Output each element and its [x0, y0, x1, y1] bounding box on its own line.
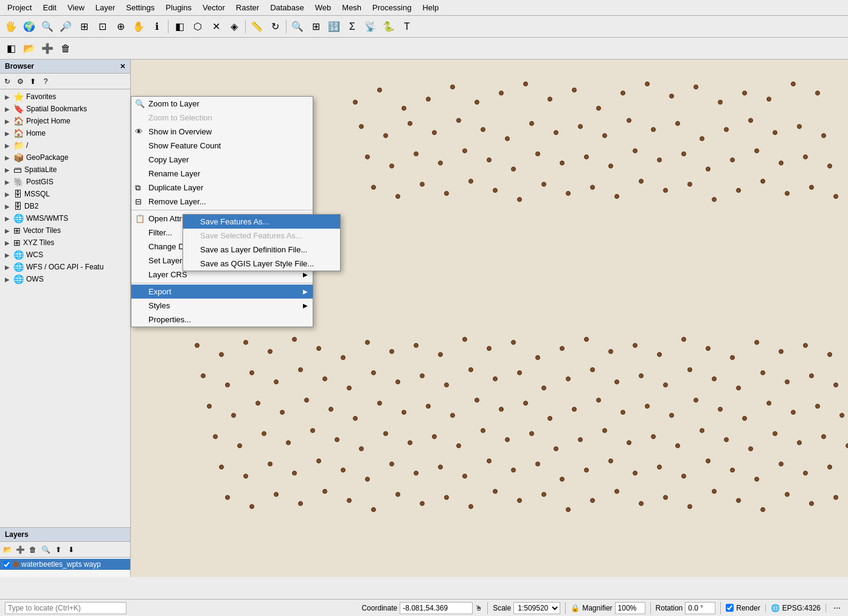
ctx-export[interactable]: Export [131, 285, 313, 299]
menu-database[interactable]: Database [265, 2, 309, 13]
identify-btn[interactable]: ℹ [148, 18, 165, 35]
tree-item-postgis[interactable]: ▶ 🐘 PostGIS [0, 176, 130, 188]
measure-btn[interactable]: 📏 [248, 18, 265, 35]
map-dot [450, 85, 455, 89]
layers-up-btn[interactable]: ⬆ [52, 544, 64, 556]
select-feature-btn[interactable]: ◧ [171, 18, 188, 35]
ctx-save-features-as[interactable]: Save Features As... [183, 215, 340, 229]
select-polygon-btn[interactable]: ⬡ [189, 18, 206, 35]
tree-label-wcs: WCS [26, 251, 43, 259]
tree-item-xyz-tiles[interactable]: ▶ ⊞ XYZ Tiles [0, 237, 130, 249]
locate-input[interactable] [5, 602, 127, 614]
ctx-save-layer-def[interactable]: Save as Layer Definition File... [183, 243, 340, 257]
rotation-input[interactable] [685, 602, 715, 614]
browser-filter-btn[interactable]: ⚙ [14, 75, 26, 88]
expand-icon-project-home: ▶ [5, 118, 13, 125]
zoom-native-btn[interactable]: ⊕ [112, 18, 129, 35]
map-dot [322, 376, 327, 381]
more-btn[interactable]: ⋯ [831, 604, 843, 612]
menu-project[interactable]: Project [2, 2, 36, 13]
ctx-copy-layer[interactable]: Copy Layer [131, 153, 313, 167]
menu-settings[interactable]: Settings [121, 2, 159, 13]
tree-item-mssql[interactable]: ▶ 🗄 MSSQL [0, 188, 130, 200]
zoom-all-btn[interactable]: 🌍 [21, 18, 38, 35]
menu-processing[interactable]: Processing [367, 2, 416, 13]
open-field-calc-btn[interactable]: 🔢 [325, 18, 342, 35]
menu-raster[interactable]: Raster [231, 2, 264, 13]
ctx-show-overview[interactable]: 👁 Show in Overview [131, 125, 313, 139]
remove-layer-btn[interactable]: 🗑 [57, 40, 74, 57]
ctx-duplicate-layer[interactable]: ⧉ Duplicate Layer [131, 181, 313, 195]
ctx-zoom-to-layer[interactable]: 🔍 Zoom to Layer [131, 97, 313, 111]
magnifier-input[interactable] [615, 602, 645, 614]
identify-feature-btn[interactable]: 🔍 [289, 18, 306, 35]
tree-item-project-home[interactable]: ▶ 🏠 Project Home [0, 115, 130, 127]
menu-plugins[interactable]: Plugins [161, 2, 196, 13]
zoom-out-btn[interactable]: 🔎 [57, 18, 74, 35]
browser-collapse-btn[interactable]: ⬆ [27, 75, 39, 88]
menu-view[interactable]: View [63, 2, 89, 13]
zoom-layer-btn[interactable]: ⊡ [94, 18, 111, 35]
menu-help[interactable]: Help [417, 2, 443, 13]
new-layer-btn[interactable]: ◧ [2, 40, 19, 57]
layers-down-btn[interactable]: ⬇ [65, 544, 77, 556]
render-checkbox[interactable] [726, 604, 734, 612]
label-btn[interactable]: T [398, 18, 415, 35]
deselect-btn[interactable]: ✕ [207, 18, 224, 35]
browser-refresh-btn[interactable]: ↻ [1, 75, 13, 88]
zoom-selection-btn[interactable]: ⊞ [75, 18, 92, 35]
coordinate-input[interactable] [400, 602, 473, 614]
layer-checkbox[interactable] [2, 561, 11, 569]
spatialite-icon: 🗃 [13, 165, 22, 175]
refresh-btn[interactable]: ↻ [266, 18, 283, 35]
tree-item-favorites[interactable]: ▶ ⭐ Favorites [0, 91, 130, 103]
python-btn[interactable]: 🐍 [380, 18, 397, 35]
ctx-save-features-label: Save Features As... [200, 217, 269, 226]
layer-item-waterbeetles[interactable]: waterbeetles_wpts wayp [0, 559, 130, 570]
open-layer-btn[interactable]: 📂 [21, 40, 38, 57]
tree-item-vector-tiles[interactable]: ▶ ⊞ Vector Tiles [0, 224, 130, 237]
ctx-show-feature-count[interactable]: Show Feature Count [131, 139, 313, 153]
tree-item-wcs[interactable]: ▶ 🌐 WCS [0, 249, 130, 261]
menu-edit[interactable]: Edit [38, 2, 61, 13]
ctx-properties[interactable]: Properties... [131, 313, 313, 327]
layers-remove-btn[interactable]: 🗑 [27, 544, 39, 556]
select-location-btn[interactable]: ◈ [226, 18, 243, 35]
menu-mesh[interactable]: Mesh [337, 2, 366, 13]
map-dot [389, 462, 394, 466]
epsg-label[interactable]: EPSG:4326 [782, 604, 821, 612]
ctx-save-qgis-style[interactable]: Save as QGIS Layer Style File... [183, 257, 340, 271]
layers-filter-btn[interactable]: 🔍 [40, 544, 52, 556]
pan-map-btn[interactable]: ✋ [130, 18, 147, 35]
map-dot [401, 106, 406, 111]
tree-item-ows[interactable]: ▶ 🌐 OWS [0, 273, 130, 285]
menu-layer[interactable]: Layer [91, 2, 120, 13]
tree-item-db2[interactable]: ▶ 🗄 DB2 [0, 200, 130, 212]
render-section: Render [726, 604, 765, 612]
ctx-rename-layer[interactable]: Rename Layer [131, 167, 313, 181]
browser-close-btn[interactable]: ✕ [120, 63, 125, 71]
layers-add-btn[interactable]: ➕ [14, 544, 26, 556]
tree-item-geopackage[interactable]: ▶ 📦 GeoPackage [0, 151, 130, 164]
tree-item-spatialite[interactable]: ▶ 🗃 SpatiaLite [0, 164, 130, 176]
tree-item-wfs[interactable]: ▶ 🌐 WFS / OGC API - Featu [0, 261, 130, 273]
tree-item-home[interactable]: ▶ 🏠 Home [0, 127, 130, 139]
tree-item-root[interactable]: ▶ 📁 / [0, 139, 130, 151]
gps-btn[interactable]: 📡 [362, 18, 379, 35]
ctx-remove-layer[interactable]: ⊟ Remove Layer... [131, 195, 313, 209]
browser-help-btn[interactable]: ? [40, 75, 52, 88]
zoom-in-btn[interactable]: 🔍 [39, 18, 56, 35]
add-layer-btn[interactable]: ➕ [39, 40, 56, 57]
scale-select[interactable]: 1:509520 [513, 602, 560, 614]
tree-item-spatial-bookmarks[interactable]: ▶ 🔖 Spatial Bookmarks [0, 103, 130, 115]
ctx-styles[interactable]: Styles [131, 299, 313, 313]
map-dot [213, 434, 218, 439]
pan-tool-btn[interactable]: 🖐 [2, 18, 19, 35]
tree-item-wms-wmts[interactable]: ▶ 🌐 WMS/WMTS [0, 212, 130, 224]
menu-web[interactable]: Web [310, 2, 336, 13]
statistics-btn[interactable]: Σ [344, 18, 361, 35]
menu-vector[interactable]: Vector [198, 2, 230, 13]
layers-open-btn[interactable]: 📂 [1, 544, 13, 556]
attribute-table-btn[interactable]: ⊞ [307, 18, 324, 35]
magnifier-label: Magnifier [582, 604, 612, 612]
